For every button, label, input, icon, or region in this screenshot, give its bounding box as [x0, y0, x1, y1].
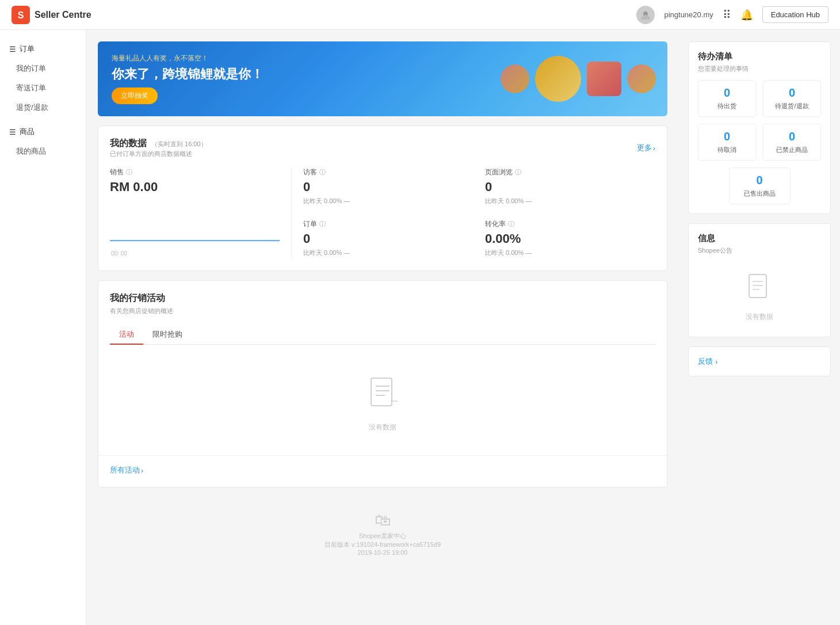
- banner-subtitle: 海量礼品人人有奖，永不落空！: [112, 54, 264, 63]
- sidebar-group-orders[interactable]: ☰ 订单: [0, 39, 86, 59]
- conversion-metric: 转化率 ⓘ 0.00% 比昨天 0.00% —: [485, 219, 655, 260]
- todo-sold-out[interactable]: 0 已售出商品: [729, 167, 791, 204]
- sidebar-item-refund[interactable]: 退货/退款: [0, 98, 86, 117]
- all-activities-link[interactable]: 所有活动 ›: [110, 465, 655, 475]
- info-card: 信息 Shopee公告 没有数据: [688, 223, 831, 337]
- tab-activities[interactable]: 活动: [110, 325, 143, 344]
- conversion-change: 比昨天 0.00% —: [485, 249, 655, 257]
- products-group: ☰ 商品 我的商品: [0, 122, 86, 161]
- shipping-label: 寄送订单: [16, 83, 46, 92]
- refund-label: 退货/退款: [16, 103, 48, 112]
- pageviews-metric: 页面浏览 ⓘ 0 比昨天 0.00% —: [485, 167, 655, 208]
- promo-banner[interactable]: 海量礼品人人有奖，永不落空！ 你来了，跨境锦鲤就是你！ 立即抽奖: [98, 41, 667, 116]
- visitors-label: 访客: [303, 167, 317, 177]
- right-panel: 待办清单 您需要处理的事情 0 待出货 0 待退货/退款 0 待取消 0 已禁止: [679, 30, 840, 625]
- metrics-right: 访客 ⓘ 0 比昨天 0.00% — 页面浏览 ⓘ 0 比昨天 0.00% —: [292, 167, 655, 259]
- metrics-grid: 销售 ⓘ RM 0.00 00: 00: [110, 167, 655, 259]
- orders-info-icon[interactable]: ⓘ: [319, 220, 326, 228]
- layout: ☰ 订单 我的订单 寄送订单 退货/退款 ☰ 商品 我的商品: [0, 30, 840, 625]
- info-empty-doc-icon: [747, 273, 772, 307]
- data-description: 已付订单方面的商店数据概述: [110, 150, 207, 158]
- pending-ship-value: 0: [724, 86, 730, 100]
- banner-cta-button[interactable]: 立即抽奖: [112, 87, 158, 104]
- avatar: [636, 6, 655, 24]
- sidebar-group-products[interactable]: ☰ 商品: [0, 122, 86, 142]
- pending-return-value: 0: [789, 86, 795, 100]
- svg-rect-4: [371, 378, 392, 406]
- products-collapse-icon: ☰: [9, 128, 16, 136]
- footer-center-name: Shopee卖家中心: [112, 532, 654, 540]
- svg-rect-9: [749, 275, 766, 298]
- visitors-change: 比昨天 0.00% —: [303, 197, 474, 205]
- chevron-right-activities-icon: ›: [141, 466, 143, 475]
- feedback-link[interactable]: 反馈 ›: [698, 356, 821, 367]
- username: pingtune20.my: [664, 10, 713, 19]
- apps-icon[interactable]: ⠿: [723, 8, 731, 22]
- tab-flash-sale[interactable]: 限时抢购: [143, 325, 192, 344]
- orders-value: 0: [303, 231, 474, 246]
- info-title: 信息: [698, 233, 821, 244]
- footer-logo-icon: 🛍: [112, 510, 654, 529]
- my-orders-label: 我的订单: [16, 64, 46, 73]
- sold-out-label: 已售出商品: [744, 189, 776, 198]
- data-realtime: （实时直到 16:00）: [151, 140, 207, 148]
- todo-pending-return[interactable]: 0 待退货/退款: [763, 80, 821, 117]
- sales-label-row: 销售 ⓘ: [110, 167, 280, 177]
- marketing-card: 我的行销活动 有关您商店促销的概述 活动 限时抢购: [98, 280, 667, 487]
- education-hub-button[interactable]: Education Hub: [762, 6, 828, 23]
- feedback-card: 反馈 ›: [688, 346, 831, 376]
- banner-deco-2: [535, 56, 581, 102]
- conversion-label: 转化率: [485, 219, 506, 229]
- activities-empty-text: 没有数据: [369, 422, 396, 432]
- visitors-value: 0: [303, 180, 474, 195]
- header: S Seller Centre pingtune20.my ⠿ 🔔 Educat…: [0, 0, 840, 30]
- divider: [98, 455, 667, 456]
- sold-out-value: 0: [756, 174, 762, 187]
- more-label: 更多: [637, 143, 652, 153]
- notification-bell-icon[interactable]: 🔔: [740, 9, 753, 21]
- header-right: pingtune20.my ⠿ 🔔 Education Hub: [636, 6, 828, 24]
- sidebar-item-my-products[interactable]: 我的商品: [0, 142, 86, 161]
- feedback-label: 反馈: [698, 356, 713, 367]
- chevron-right-feedback-icon: ›: [715, 357, 717, 366]
- sidebar-item-my-orders[interactable]: 我的订单: [0, 59, 86, 78]
- sales-chart: 00: 00: [110, 201, 280, 259]
- main-content: 海量礼品人人有奖，永不落空！ 你来了，跨境锦鲤就是你！ 立即抽奖 我的数据 （实…: [86, 30, 679, 625]
- todo-pending-ship[interactable]: 0 待出货: [698, 80, 756, 117]
- banned-products-value: 0: [789, 130, 795, 143]
- conversion-info-icon[interactable]: ⓘ: [508, 220, 514, 228]
- chart-xaxis: 00: 00: [110, 250, 280, 257]
- visitors-info-icon[interactable]: ⓘ: [319, 168, 326, 177]
- my-data-card: 我的数据 （实时直到 16:00） 已付订单方面的商店数据概述 更多 › 销售 …: [98, 125, 667, 271]
- visitors-metric: 访客 ⓘ 0 比昨天 0.00% —: [303, 167, 474, 208]
- banner-deco-1: [501, 64, 529, 93]
- todo-subtitle: 您需要处理的事情: [698, 64, 821, 73]
- info-empty-text: 没有数据: [746, 312, 773, 322]
- pending-return-label: 待退货/退款: [775, 102, 808, 110]
- activities-empty-state: 没有数据: [110, 354, 655, 455]
- orders-group: ☰ 订单 我的订单 寄送订单 退货/退款: [0, 39, 86, 117]
- sidebar-item-shipping[interactable]: 寄送订单: [0, 78, 86, 98]
- app-title: Seller Centre: [35, 10, 91, 20]
- info-subtitle: Shopee公告: [698, 246, 821, 255]
- pending-ship-label: 待出货: [717, 102, 736, 110]
- banned-products-label: 已禁止商品: [776, 146, 808, 154]
- info-empty-state: 没有数据: [698, 262, 821, 327]
- marketing-subtitle: 有关您商店促销的概述: [110, 307, 655, 315]
- banner-deco-4: [627, 64, 656, 93]
- orders-collapse-icon: ☰: [9, 45, 16, 54]
- sales-info-icon[interactable]: ⓘ: [126, 168, 132, 177]
- todo-banned-products[interactable]: 0 已禁止商品: [763, 124, 821, 161]
- banner-deco-3: [587, 62, 621, 96]
- pageviews-change: 比昨天 0.00% —: [485, 197, 655, 205]
- sales-value: RM 0.00: [110, 180, 280, 195]
- logo-area: S Seller Centre: [12, 6, 91, 24]
- page-footer: 🛍 Shopee卖家中心 目前版本 v:191024-framework+ca5…: [98, 497, 667, 570]
- svg-text:S: S: [18, 10, 24, 20]
- pageviews-info-icon[interactable]: ⓘ: [515, 168, 521, 177]
- todo-pending-cancel[interactable]: 0 待取消: [698, 124, 756, 161]
- sales-metric: 销售 ⓘ RM 0.00 00: 00: [110, 167, 292, 259]
- pageviews-label: 页面浏览: [485, 167, 513, 177]
- more-data-link[interactable]: 更多 ›: [637, 143, 655, 153]
- pending-cancel-label: 待取消: [717, 146, 736, 154]
